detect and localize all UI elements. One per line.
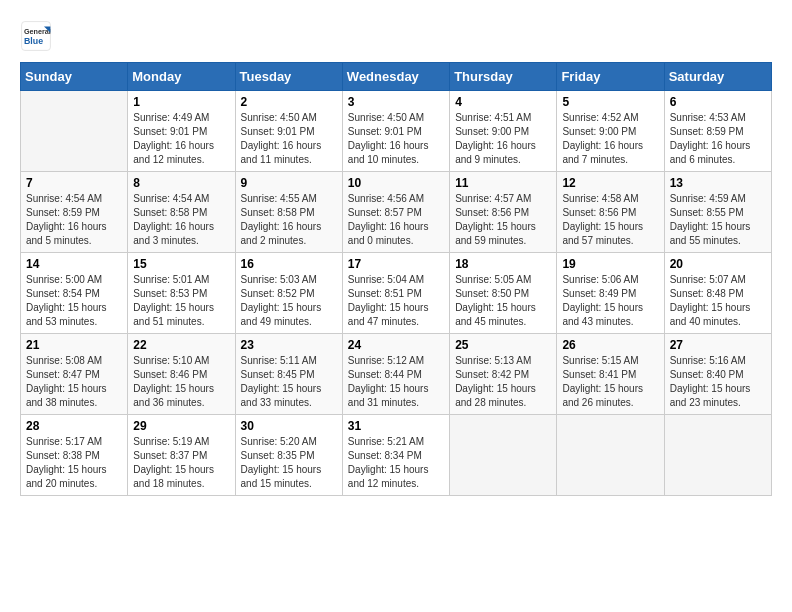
day-info: Sunrise: 4:52 AM Sunset: 9:00 PM Dayligh… <box>562 111 658 167</box>
day-info: Sunrise: 5:10 AM Sunset: 8:46 PM Dayligh… <box>133 354 229 410</box>
calendar-header-saturday: Saturday <box>664 63 771 91</box>
day-number: 14 <box>26 257 122 271</box>
day-info: Sunrise: 4:55 AM Sunset: 8:58 PM Dayligh… <box>241 192 337 248</box>
calendar-week-1: 1Sunrise: 4:49 AM Sunset: 9:01 PM Daylig… <box>21 91 772 172</box>
day-number: 31 <box>348 419 444 433</box>
day-number: 17 <box>348 257 444 271</box>
day-number: 6 <box>670 95 766 109</box>
calendar-week-2: 7Sunrise: 4:54 AM Sunset: 8:59 PM Daylig… <box>21 172 772 253</box>
day-number: 13 <box>670 176 766 190</box>
day-number: 1 <box>133 95 229 109</box>
calendar-cell: 29Sunrise: 5:19 AM Sunset: 8:37 PM Dayli… <box>128 415 235 496</box>
day-info: Sunrise: 5:19 AM Sunset: 8:37 PM Dayligh… <box>133 435 229 491</box>
calendar-header-monday: Monday <box>128 63 235 91</box>
page-header: General Blue <box>20 20 772 52</box>
day-info: Sunrise: 4:49 AM Sunset: 9:01 PM Dayligh… <box>133 111 229 167</box>
calendar-cell: 19Sunrise: 5:06 AM Sunset: 8:49 PM Dayli… <box>557 253 664 334</box>
day-number: 29 <box>133 419 229 433</box>
day-info: Sunrise: 5:20 AM Sunset: 8:35 PM Dayligh… <box>241 435 337 491</box>
calendar-cell: 31Sunrise: 5:21 AM Sunset: 8:34 PM Dayli… <box>342 415 449 496</box>
calendar-table: SundayMondayTuesdayWednesdayThursdayFrid… <box>20 62 772 496</box>
calendar-cell: 8Sunrise: 4:54 AM Sunset: 8:58 PM Daylig… <box>128 172 235 253</box>
calendar-week-3: 14Sunrise: 5:00 AM Sunset: 8:54 PM Dayli… <box>21 253 772 334</box>
logo-icon: General Blue <box>20 20 52 52</box>
day-number: 25 <box>455 338 551 352</box>
day-number: 24 <box>348 338 444 352</box>
day-info: Sunrise: 5:00 AM Sunset: 8:54 PM Dayligh… <box>26 273 122 329</box>
calendar-cell <box>664 415 771 496</box>
day-number: 27 <box>670 338 766 352</box>
calendar-cell: 17Sunrise: 5:04 AM Sunset: 8:51 PM Dayli… <box>342 253 449 334</box>
calendar-header-friday: Friday <box>557 63 664 91</box>
day-info: Sunrise: 4:59 AM Sunset: 8:55 PM Dayligh… <box>670 192 766 248</box>
calendar-cell: 30Sunrise: 5:20 AM Sunset: 8:35 PM Dayli… <box>235 415 342 496</box>
day-number: 4 <box>455 95 551 109</box>
day-number: 8 <box>133 176 229 190</box>
day-number: 3 <box>348 95 444 109</box>
calendar-header-sunday: Sunday <box>21 63 128 91</box>
day-info: Sunrise: 5:01 AM Sunset: 8:53 PM Dayligh… <box>133 273 229 329</box>
calendar-cell: 24Sunrise: 5:12 AM Sunset: 8:44 PM Dayli… <box>342 334 449 415</box>
day-info: Sunrise: 4:56 AM Sunset: 8:57 PM Dayligh… <box>348 192 444 248</box>
calendar-cell: 6Sunrise: 4:53 AM Sunset: 8:59 PM Daylig… <box>664 91 771 172</box>
day-info: Sunrise: 4:54 AM Sunset: 8:59 PM Dayligh… <box>26 192 122 248</box>
day-info: Sunrise: 5:15 AM Sunset: 8:41 PM Dayligh… <box>562 354 658 410</box>
calendar-cell: 22Sunrise: 5:10 AM Sunset: 8:46 PM Dayli… <box>128 334 235 415</box>
day-info: Sunrise: 4:51 AM Sunset: 9:00 PM Dayligh… <box>455 111 551 167</box>
calendar-cell: 14Sunrise: 5:00 AM Sunset: 8:54 PM Dayli… <box>21 253 128 334</box>
calendar-week-5: 28Sunrise: 5:17 AM Sunset: 8:38 PM Dayli… <box>21 415 772 496</box>
calendar-cell: 15Sunrise: 5:01 AM Sunset: 8:53 PM Dayli… <box>128 253 235 334</box>
day-number: 15 <box>133 257 229 271</box>
calendar-cell: 9Sunrise: 4:55 AM Sunset: 8:58 PM Daylig… <box>235 172 342 253</box>
calendar-cell: 28Sunrise: 5:17 AM Sunset: 8:38 PM Dayli… <box>21 415 128 496</box>
day-number: 21 <box>26 338 122 352</box>
calendar-header-tuesday: Tuesday <box>235 63 342 91</box>
day-info: Sunrise: 4:57 AM Sunset: 8:56 PM Dayligh… <box>455 192 551 248</box>
day-info: Sunrise: 5:08 AM Sunset: 8:47 PM Dayligh… <box>26 354 122 410</box>
calendar-cell: 13Sunrise: 4:59 AM Sunset: 8:55 PM Dayli… <box>664 172 771 253</box>
calendar-cell: 21Sunrise: 5:08 AM Sunset: 8:47 PM Dayli… <box>21 334 128 415</box>
day-number: 30 <box>241 419 337 433</box>
day-info: Sunrise: 5:05 AM Sunset: 8:50 PM Dayligh… <box>455 273 551 329</box>
day-info: Sunrise: 4:53 AM Sunset: 8:59 PM Dayligh… <box>670 111 766 167</box>
calendar-cell: 7Sunrise: 4:54 AM Sunset: 8:59 PM Daylig… <box>21 172 128 253</box>
calendar-cell <box>450 415 557 496</box>
day-info: Sunrise: 4:58 AM Sunset: 8:56 PM Dayligh… <box>562 192 658 248</box>
day-number: 20 <box>670 257 766 271</box>
calendar-cell: 4Sunrise: 4:51 AM Sunset: 9:00 PM Daylig… <box>450 91 557 172</box>
day-number: 16 <box>241 257 337 271</box>
day-info: Sunrise: 5:12 AM Sunset: 8:44 PM Dayligh… <box>348 354 444 410</box>
day-number: 19 <box>562 257 658 271</box>
day-number: 9 <box>241 176 337 190</box>
day-number: 22 <box>133 338 229 352</box>
calendar-cell: 25Sunrise: 5:13 AM Sunset: 8:42 PM Dayli… <box>450 334 557 415</box>
day-number: 12 <box>562 176 658 190</box>
calendar-cell <box>557 415 664 496</box>
day-info: Sunrise: 5:06 AM Sunset: 8:49 PM Dayligh… <box>562 273 658 329</box>
day-number: 2 <box>241 95 337 109</box>
day-number: 10 <box>348 176 444 190</box>
day-number: 26 <box>562 338 658 352</box>
day-info: Sunrise: 5:16 AM Sunset: 8:40 PM Dayligh… <box>670 354 766 410</box>
day-info: Sunrise: 4:50 AM Sunset: 9:01 PM Dayligh… <box>348 111 444 167</box>
calendar-cell: 10Sunrise: 4:56 AM Sunset: 8:57 PM Dayli… <box>342 172 449 253</box>
calendar-header-wednesday: Wednesday <box>342 63 449 91</box>
calendar-week-4: 21Sunrise: 5:08 AM Sunset: 8:47 PM Dayli… <box>21 334 772 415</box>
calendar-header-row: SundayMondayTuesdayWednesdayThursdayFrid… <box>21 63 772 91</box>
calendar-cell: 16Sunrise: 5:03 AM Sunset: 8:52 PM Dayli… <box>235 253 342 334</box>
day-number: 28 <box>26 419 122 433</box>
calendar-cell: 27Sunrise: 5:16 AM Sunset: 8:40 PM Dayli… <box>664 334 771 415</box>
day-info: Sunrise: 4:50 AM Sunset: 9:01 PM Dayligh… <box>241 111 337 167</box>
calendar-cell: 2Sunrise: 4:50 AM Sunset: 9:01 PM Daylig… <box>235 91 342 172</box>
calendar-cell: 3Sunrise: 4:50 AM Sunset: 9:01 PM Daylig… <box>342 91 449 172</box>
day-number: 11 <box>455 176 551 190</box>
day-number: 23 <box>241 338 337 352</box>
calendar-cell <box>21 91 128 172</box>
day-info: Sunrise: 5:11 AM Sunset: 8:45 PM Dayligh… <box>241 354 337 410</box>
calendar-cell: 26Sunrise: 5:15 AM Sunset: 8:41 PM Dayli… <box>557 334 664 415</box>
day-info: Sunrise: 5:03 AM Sunset: 8:52 PM Dayligh… <box>241 273 337 329</box>
svg-text:Blue: Blue <box>24 36 43 46</box>
calendar-cell: 23Sunrise: 5:11 AM Sunset: 8:45 PM Dayli… <box>235 334 342 415</box>
logo: General Blue <box>20 20 56 52</box>
day-number: 7 <box>26 176 122 190</box>
